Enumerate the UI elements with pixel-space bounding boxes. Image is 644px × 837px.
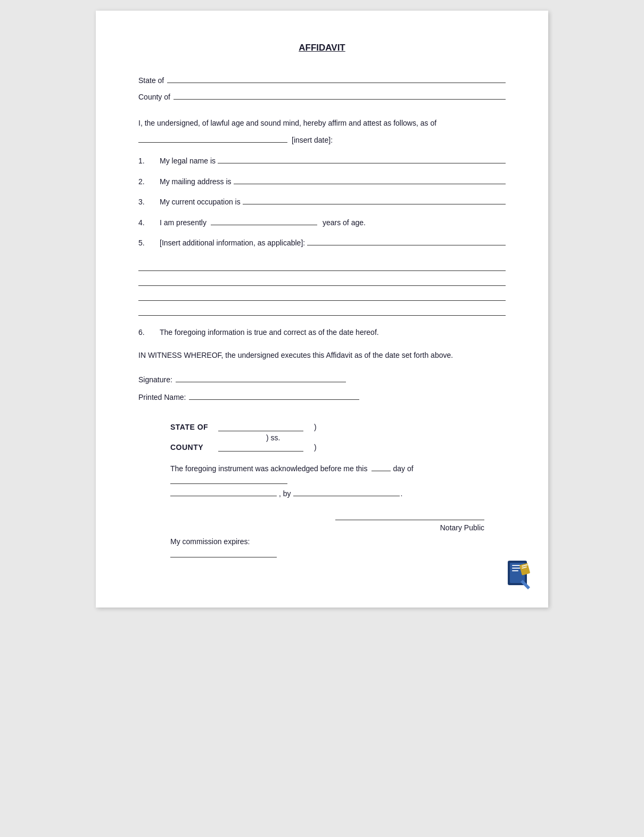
additional-line-3[interactable] (138, 289, 506, 301)
item-5: 5. [Insert additional information, as ap… (138, 237, 506, 249)
state-line: State of (138, 75, 506, 85)
signature-field[interactable] (176, 374, 346, 382)
item1-field[interactable] (218, 155, 506, 163)
paren-county: ) (314, 443, 317, 452)
notary-sig-container: Notary Public (170, 512, 506, 532)
county-field[interactable] (174, 91, 506, 100)
svg-rect-2 (512, 565, 521, 566)
printed-name-line: Printed Name: (138, 391, 506, 401)
item5-field[interactable] (307, 237, 506, 245)
item-2: 2. My mailing address is (138, 176, 506, 187)
acknowledged-line2: , by . (170, 487, 506, 500)
county-row: COUNTY ) (170, 443, 506, 452)
ack-name-field[interactable] (170, 488, 277, 496)
acknowledged-block: The foregoing instrument was acknowledge… (170, 462, 506, 500)
ss-row: ) ss. (170, 433, 506, 442)
commission-label: My commission expires: (170, 537, 506, 546)
notary-label: Notary Public (440, 523, 484, 532)
signature-line: Signature: (138, 374, 506, 384)
date-field[interactable] (138, 134, 287, 143)
intro-text: I, the undersigned, of lawful age and so… (138, 117, 506, 129)
document-page: AFFIDAVIT State of County of I, the unde… (96, 11, 548, 608)
additional-lines (138, 259, 506, 316)
item-6: 6. The foregoing information is true and… (138, 326, 506, 338)
paren-state: ) (314, 423, 317, 431)
month-year-field[interactable] (170, 475, 287, 484)
item-4: 4. I am presently years of age. (138, 217, 506, 228)
day-number-field[interactable] (371, 463, 391, 471)
state-county-section: State of County of (138, 75, 506, 101)
item4-field[interactable] (211, 217, 317, 225)
item3-field[interactable] (243, 196, 506, 204)
item-3: 3. My current occupation is (138, 196, 506, 208)
state-county-notary: STATE OF ) ) ss. COUNTY ) (170, 423, 506, 452)
additional-line-2[interactable] (138, 274, 506, 286)
svg-rect-4 (512, 570, 518, 571)
county-line: County of (138, 91, 506, 101)
svg-rect-3 (512, 568, 521, 569)
ss-label: ) ss. (266, 433, 280, 442)
state-field[interactable] (167, 75, 506, 83)
additional-line-1[interactable] (138, 259, 506, 271)
numbered-items: 1. My legal name is 2. My mailing addres… (138, 155, 506, 249)
additional-line-4[interactable] (138, 304, 506, 316)
intro-date-line: [insert date]: (138, 134, 506, 144)
commission-field[interactable] (170, 549, 277, 557)
witness-text: IN WITNESS WHEREOF, the undersigned exec… (138, 349, 506, 361)
acknowledged-line1: The foregoing instrument was acknowledge… (170, 462, 506, 484)
commission-section: My commission expires: (170, 537, 506, 560)
county-label: County of (138, 93, 170, 101)
notary-section: STATE OF ) ) ss. COUNTY ) The foregoing … (138, 423, 506, 559)
ack-by-field[interactable] (293, 488, 400, 496)
printed-name-field[interactable] (189, 391, 359, 400)
county-of-field[interactable] (218, 443, 303, 452)
item-1: 1. My legal name is (138, 155, 506, 167)
state-of-field[interactable] (218, 423, 303, 431)
item2-field[interactable] (234, 176, 506, 184)
section-6: 6. The foregoing information is true and… (138, 326, 506, 338)
state-label: State of (138, 76, 164, 85)
state-of-row: STATE OF ) (170, 423, 506, 431)
signature-section: Signature: Printed Name: (138, 374, 506, 401)
notary-sig-field[interactable] (335, 512, 484, 520)
document-icon (506, 560, 532, 592)
document-title: AFFIDAVIT (138, 43, 506, 53)
